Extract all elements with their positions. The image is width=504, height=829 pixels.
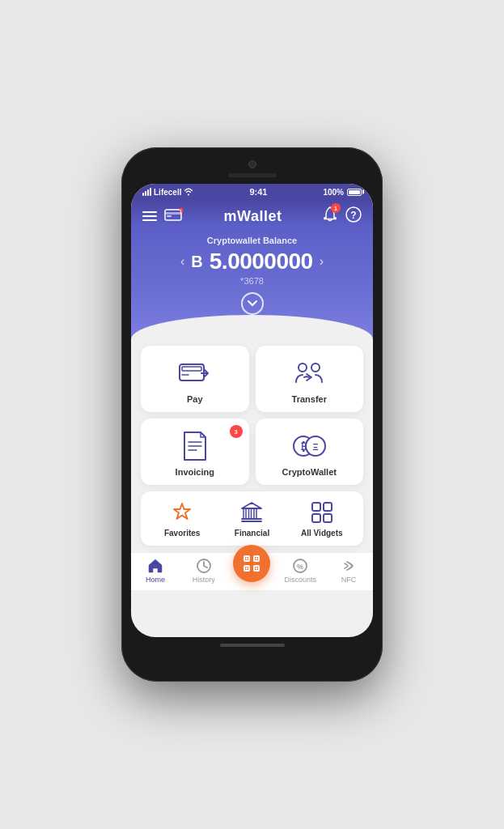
wallet-card-icon: 1 bbox=[165, 208, 183, 221]
prev-wallet-button[interactable]: ‹ bbox=[180, 254, 184, 269]
favorites-label: Favorites bbox=[164, 529, 200, 538]
balance-row: ‹ B 5.0000000 › bbox=[142, 249, 362, 274]
help-button[interactable]: ? bbox=[345, 206, 362, 226]
svg-rect-20 bbox=[244, 508, 246, 519]
star-icon bbox=[171, 501, 193, 524]
pay-icon bbox=[179, 357, 211, 389]
phone-screen: Lifecell 9:41 100% bbox=[131, 184, 373, 637]
svg-text:1: 1 bbox=[180, 209, 182, 214]
notification-badge: 1 bbox=[331, 203, 341, 213]
financial-widget[interactable]: Financial bbox=[217, 500, 286, 538]
favorites-widget[interactable]: Favorites bbox=[147, 500, 217, 538]
cryptowallet-card[interactable]: ₿ Ξ CryptoWallet bbox=[256, 419, 364, 485]
carrier-label: Lifecell bbox=[154, 188, 181, 197]
history-svg-icon bbox=[196, 558, 212, 574]
nav-nfc-label: NFC bbox=[341, 576, 357, 584]
nav-discounts-label: Discounts bbox=[285, 576, 317, 584]
favorites-icon bbox=[169, 500, 195, 525]
notification-button[interactable]: 1 bbox=[323, 206, 337, 226]
svg-rect-1 bbox=[165, 212, 181, 215]
svg-point-11 bbox=[311, 363, 320, 372]
invoicing-icon bbox=[179, 430, 211, 462]
invoicing-card[interactable]: 3 Invoicing bbox=[141, 419, 249, 485]
nav-discounts[interactable]: % Discounts bbox=[276, 558, 324, 584]
nfc-svg-icon bbox=[341, 558, 357, 574]
phone-home-bar bbox=[220, 644, 285, 647]
scan-button[interactable] bbox=[233, 545, 270, 582]
pay-label: Pay bbox=[187, 394, 203, 404]
svg-rect-22 bbox=[254, 508, 256, 519]
header-left: 1 bbox=[142, 208, 183, 224]
signal-bars-icon bbox=[142, 188, 151, 196]
header-right: 1 ? bbox=[323, 206, 362, 226]
svg-rect-25 bbox=[312, 503, 320, 511]
discounts-svg-icon: % bbox=[292, 558, 308, 574]
status-right: 100% bbox=[323, 188, 362, 197]
invoicing-badge: 3 bbox=[230, 425, 243, 438]
pay-svg-icon bbox=[179, 361, 211, 385]
app-header: 1 mWallet 1 ? bbox=[131, 200, 373, 226]
nav-history[interactable]: History bbox=[180, 558, 228, 584]
svg-rect-27 bbox=[312, 514, 320, 522]
wave-decoration bbox=[131, 315, 373, 339]
discounts-icon: % bbox=[292, 558, 308, 574]
expand-balance-button[interactable] bbox=[241, 292, 264, 315]
svg-rect-21 bbox=[249, 508, 252, 519]
wifi-icon bbox=[184, 188, 193, 196]
all-vidgets-icon bbox=[309, 500, 335, 525]
history-icon bbox=[196, 558, 212, 574]
svg-rect-0 bbox=[165, 210, 181, 220]
currency-symbol: B bbox=[191, 253, 202, 271]
home-svg-icon bbox=[147, 558, 163, 574]
svg-rect-28 bbox=[324, 514, 332, 522]
nav-history-label: History bbox=[193, 576, 215, 584]
svg-marker-19 bbox=[242, 503, 261, 508]
app-title: mWallet bbox=[224, 208, 282, 225]
crypto-svg-icon: ₿ Ξ bbox=[292, 432, 326, 461]
invoicing-label: Invoicing bbox=[176, 467, 214, 477]
nav-nfc[interactable]: NFC bbox=[324, 558, 373, 584]
svg-rect-8 bbox=[182, 367, 201, 371]
nav-home[interactable]: Home bbox=[131, 558, 180, 584]
invoice-svg-icon bbox=[182, 431, 208, 461]
all-vidgets-widget[interactable]: All Vidgets bbox=[287, 500, 357, 538]
transfer-icon bbox=[293, 357, 325, 389]
transfer-card[interactable]: Transfer bbox=[256, 346, 364, 412]
phone-speaker bbox=[228, 173, 277, 177]
status-bar: Lifecell 9:41 100% bbox=[131, 184, 373, 200]
all-vidgets-label: All Vidgets bbox=[301, 529, 343, 538]
svg-text:%: % bbox=[297, 563, 303, 571]
svg-rect-2 bbox=[167, 215, 172, 217]
status-left: Lifecell bbox=[142, 188, 193, 197]
balance-amount: 5.0000000 bbox=[210, 249, 313, 274]
bottom-nav: Home History bbox=[131, 552, 373, 590]
hamburger-icon bbox=[142, 211, 157, 221]
svg-point-10 bbox=[299, 363, 307, 372]
transfer-label: Transfer bbox=[292, 394, 327, 404]
action-grid: Pay Transfer bbox=[141, 346, 363, 485]
battery-icon bbox=[347, 189, 362, 196]
transfer-svg-icon bbox=[293, 359, 325, 388]
chevron-down-icon bbox=[248, 300, 257, 307]
balance-label: Cryptowallet Balance bbox=[142, 236, 362, 245]
svg-rect-26 bbox=[324, 503, 332, 511]
widget-row: Favorites Financial bbox=[141, 491, 363, 546]
home-icon bbox=[147, 558, 163, 574]
nav-home-label: Home bbox=[146, 576, 165, 584]
nav-scan[interactable] bbox=[228, 559, 277, 582]
financial-icon bbox=[239, 500, 265, 525]
nfc-icon bbox=[341, 558, 357, 574]
wallet-card-button[interactable]: 1 bbox=[165, 208, 183, 224]
battery-percent: 100% bbox=[323, 188, 344, 197]
next-wallet-button[interactable]: › bbox=[320, 254, 324, 269]
status-time: 9:41 bbox=[249, 187, 267, 197]
svg-text:?: ? bbox=[350, 210, 356, 221]
balance-section: Cryptowallet Balance ‹ B 5.0000000 › *36… bbox=[131, 226, 373, 339]
pay-card[interactable]: Pay bbox=[141, 346, 249, 412]
phone-camera bbox=[248, 160, 256, 168]
help-icon: ? bbox=[345, 206, 362, 223]
bank-icon bbox=[240, 501, 263, 524]
scan-icon bbox=[243, 555, 260, 572]
menu-button[interactable] bbox=[142, 211, 157, 221]
svg-text:Ξ: Ξ bbox=[313, 442, 319, 452]
